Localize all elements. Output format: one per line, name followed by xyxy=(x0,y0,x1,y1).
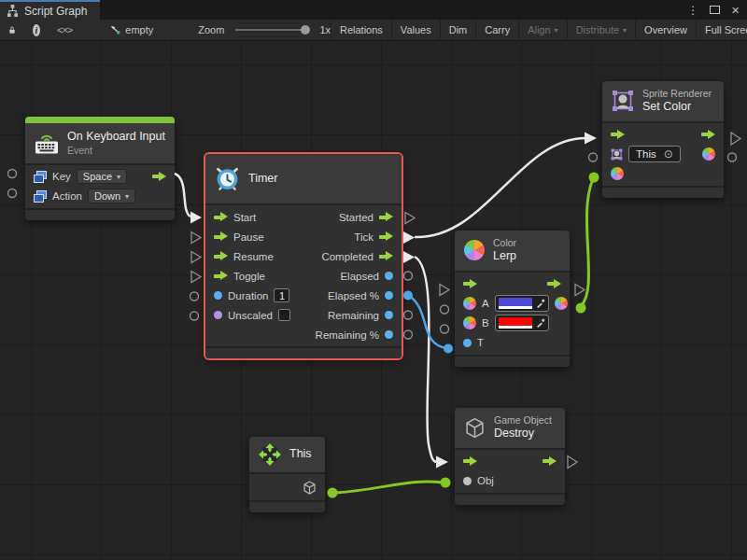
flow-in-icon xyxy=(214,271,228,281)
node-on-keyboard-input[interactable]: On Keyboard Input Event Key Space ▾ Acti… xyxy=(25,117,175,220)
color-b-swatch[interactable] xyxy=(499,317,532,329)
chevron-down-icon: ▾ xyxy=(623,26,627,35)
target-object-field[interactable]: This ⊙ xyxy=(628,146,681,162)
node-title: On Keyboard Input xyxy=(67,130,165,145)
flow-out-icon xyxy=(701,130,715,140)
duration-input[interactable]: 1 xyxy=(274,288,289,302)
fullscreen-button[interactable]: Full Screen xyxy=(697,20,747,41)
node-footer xyxy=(205,348,402,358)
values-button[interactable]: Values xyxy=(392,20,440,41)
port-timer-duration-in[interactable] xyxy=(190,292,199,301)
align-dropdown[interactable]: Align▾ xyxy=(519,20,566,41)
node-body xyxy=(249,474,325,500)
distribute-dropdown[interactable]: Distribute▾ xyxy=(568,20,635,41)
node-category: Game Object xyxy=(494,414,552,427)
graph-canvas[interactable]: On Keyboard Input Event Key Space ▾ Acti… xyxy=(0,41,747,560)
port-timer-remainingpct-out[interactable] xyxy=(404,330,413,339)
unscaled-checkbox[interactable] xyxy=(278,309,290,321)
flow-out-icon xyxy=(547,279,561,289)
node-title: Lerp xyxy=(493,249,516,264)
graph-icon xyxy=(7,5,19,17)
wire-lerp-to-setcolor-color[interactable] xyxy=(581,179,593,306)
color-a-field[interactable] xyxy=(495,295,549,312)
port-timer-elapsedpct-out[interactable] xyxy=(403,291,413,301)
wire-tick-to-setcolor[interactable] xyxy=(415,138,585,237)
info-button[interactable]: i xyxy=(24,20,49,41)
flow-in-icon xyxy=(463,456,477,467)
port-lerp-t-in[interactable] xyxy=(444,344,453,354)
code-preview-button[interactable]: <×> xyxy=(49,20,80,41)
node-this[interactable]: This xyxy=(249,437,325,512)
close-icon[interactable]: × xyxy=(731,3,740,17)
port-destroy-flow-out[interactable] xyxy=(568,456,577,469)
action-dropdown[interactable]: Down ▾ xyxy=(88,189,135,203)
port-timer-tick-out[interactable] xyxy=(403,231,415,244)
wire-elapsedpct-to-t[interactable] xyxy=(408,295,446,348)
port-row: Unscaled Remaining xyxy=(205,305,402,325)
wire-this-to-obj[interactable] xyxy=(333,482,444,493)
node-header: Game Object Destroy xyxy=(455,408,565,448)
port-timer-started-out[interactable] xyxy=(405,213,415,224)
node-color-lerp[interactable]: Color Lerp A xyxy=(455,231,570,367)
port-lerp-flow-out[interactable] xyxy=(575,285,585,296)
node-set-color[interactable]: Sprite Renderer Set Color xyxy=(602,81,724,198)
port-timer-unscaled-in[interactable] xyxy=(190,312,199,320)
port-keyboard-action-in[interactable] xyxy=(8,189,17,198)
overview-button[interactable]: Overview xyxy=(636,20,696,41)
relations-button[interactable]: Relations xyxy=(331,20,391,41)
carry-button[interactable]: Carry xyxy=(476,20,518,41)
maximize-icon[interactable] xyxy=(710,6,720,14)
port-timer-pause-in[interactable] xyxy=(191,232,201,244)
lock-button[interactable] xyxy=(0,20,24,41)
node-destroy[interactable]: Game Object Destroy Obj xyxy=(455,408,565,505)
port-lerp-flow-in[interactable] xyxy=(440,285,449,296)
port-row: Pause Tick xyxy=(205,227,402,246)
port-timer-completed-out[interactable] xyxy=(403,251,415,263)
object-picker-icon[interactable]: ⊙ xyxy=(664,147,673,161)
eyedropper-icon[interactable] xyxy=(536,318,545,328)
value-port-icon xyxy=(463,477,472,485)
flow-in-icon xyxy=(611,130,625,140)
a-label: A xyxy=(482,298,489,309)
graph-breadcrumb[interactable]: empty xyxy=(101,20,162,41)
port-lerp-a-in[interactable] xyxy=(441,305,449,314)
node-timer[interactable]: Timer Start Started Pause Tick Resume Co… xyxy=(205,154,402,358)
port-row-target: This ⊙ xyxy=(602,145,724,164)
cube-icon xyxy=(464,417,486,439)
color-a-swatch[interactable] xyxy=(499,298,532,309)
port-timer-toggle-in[interactable] xyxy=(191,272,201,283)
port-row-obj: Obj xyxy=(455,471,565,491)
window-menu-icon[interactable]: ⋮ xyxy=(687,5,698,16)
graph-name: empty xyxy=(125,24,153,35)
port-setcolor-value-out[interactable] xyxy=(728,153,737,161)
value-port-icon xyxy=(214,291,222,300)
flow-in-icon xyxy=(463,279,477,289)
port-timer-resume-in[interactable] xyxy=(191,252,201,263)
wire-dot xyxy=(441,478,451,488)
zoom-slider[interactable] xyxy=(235,29,308,31)
flow-out-icon xyxy=(379,231,393,242)
port-timer-remaining-out[interactable] xyxy=(404,311,413,319)
port-timer-start-in[interactable] xyxy=(190,212,202,224)
node-header: This xyxy=(249,437,325,472)
port-setcolor-flow-out[interactable] xyxy=(731,133,740,145)
wire-completed-to-destroy[interactable] xyxy=(415,257,437,462)
code-icon: <×> xyxy=(57,24,72,35)
port-lerp-b-in[interactable] xyxy=(441,325,449,333)
port-setcolor-target-in[interactable] xyxy=(589,153,598,161)
tab-script-graph[interactable]: Script Graph xyxy=(0,0,100,20)
dim-button[interactable]: Dim xyxy=(441,20,476,41)
zoom-slider-knob[interactable] xyxy=(301,25,310,35)
eyedropper-icon[interactable] xyxy=(536,299,545,308)
port-keyboard-key-in[interactable] xyxy=(8,170,17,178)
enum-icon xyxy=(34,190,47,203)
wire-keyboard-to-timer-start[interactable] xyxy=(175,174,190,217)
key-dropdown[interactable]: Space ▾ xyxy=(77,169,127,184)
node-title: Set Color xyxy=(642,100,712,115)
color-b-field[interactable] xyxy=(495,315,549,331)
port-timer-elapsed-out[interactable] xyxy=(404,272,413,280)
value-port-icon xyxy=(385,272,393,280)
flow-out-icon xyxy=(543,456,557,467)
port-row: Resume Completed xyxy=(205,246,402,266)
color-out-icon xyxy=(555,297,568,310)
